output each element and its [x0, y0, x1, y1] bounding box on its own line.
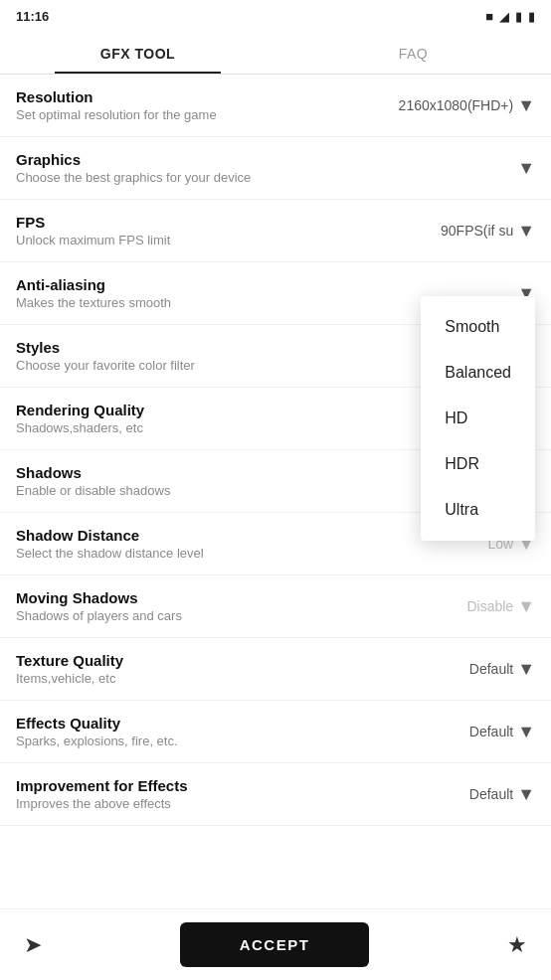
- improvement-effects-dropdown-arrow[interactable]: ▼: [517, 784, 535, 805]
- tab-faq[interactable]: FAQ: [276, 32, 551, 74]
- setting-title-effects-quality: Effects Quality: [16, 715, 416, 732]
- status-bar: 11:16 ■ ◢ ▮ ▮: [0, 0, 551, 32]
- setting-desc-graphics: Choose the best graphics for your device: [16, 170, 416, 185]
- dropdown-option-hdr[interactable]: HDR: [421, 441, 535, 487]
- accessibility-icon: ■: [485, 9, 493, 24]
- setting-title-resolution: Resolution: [16, 88, 399, 105]
- status-time: 11:16: [16, 9, 49, 24]
- dropdown-option-hd[interactable]: HD: [421, 396, 535, 441]
- setting-moving-shadows: Moving Shadows Shadows of players and ca…: [0, 575, 551, 638]
- signal-icon: ▮: [515, 9, 522, 24]
- setting-value-fps[interactable]: 90FPS(if su ▼: [416, 221, 535, 242]
- setting-value-improvement-effects[interactable]: Default ▼: [416, 784, 535, 805]
- resolution-dropdown-arrow[interactable]: ▼: [517, 95, 535, 116]
- setting-desc-shadow-distance: Select the shadow distance level: [16, 546, 416, 561]
- setting-value-graphics[interactable]: ▼: [416, 158, 535, 179]
- setting-desc-improvement-effects: Improves the above effects: [16, 796, 416, 811]
- setting-title-moving-shadows: Moving Shadows: [16, 589, 416, 606]
- setting-title-anti-aliasing: Anti-aliasing: [16, 276, 416, 293]
- tab-bar: GFX TOOL FAQ: [0, 32, 551, 75]
- fps-dropdown-arrow[interactable]: ▼: [517, 221, 535, 242]
- setting-title-shadow-distance: Shadow Distance: [16, 527, 416, 544]
- setting-title-shadows: Shadows: [16, 464, 416, 481]
- dropdown-option-ultra[interactable]: Ultra: [421, 487, 535, 533]
- setting-desc-effects-quality: Sparks, explosions, fire, etc.: [16, 734, 416, 748]
- setting-title-graphics: Graphics: [16, 151, 416, 168]
- setting-graphics: Graphics Choose the best graphics for yo…: [0, 137, 551, 200]
- setting-texture-quality: Texture Quality Items,vehicle, etc Defau…: [0, 638, 551, 701]
- setting-title-texture-quality: Texture Quality: [16, 652, 416, 669]
- status-icons: ■ ◢ ▮ ▮: [485, 9, 535, 24]
- setting-resolution: Resolution Set optimal resolution for th…: [0, 75, 551, 137]
- moving-shadows-dropdown-arrow[interactable]: ▼: [517, 596, 535, 617]
- setting-effects-quality: Effects Quality Sparks, explosions, fire…: [0, 701, 551, 763]
- bottom-bar: ➤ ACCEPT ★: [0, 908, 551, 980]
- setting-title-styles: Styles: [16, 339, 416, 356]
- setting-title-improvement-effects: Improvement for Effects: [16, 777, 416, 794]
- setting-desc-shadows: Enable or disable shadows: [16, 483, 416, 498]
- tab-gfx-tool[interactable]: GFX TOOL: [0, 32, 276, 74]
- setting-desc-texture-quality: Items,vehicle, etc: [16, 671, 416, 686]
- setting-title-rendering-quality: Rendering Quality: [16, 402, 416, 418]
- setting-improvement-effects: Improvement for Effects Improves the abo…: [0, 763, 551, 826]
- star-icon[interactable]: ★: [507, 932, 527, 958]
- setting-desc-styles: Choose your favorite color filter: [16, 358, 416, 373]
- graphics-dropdown-arrow[interactable]: ▼: [517, 158, 535, 179]
- setting-desc-moving-shadows: Shadows of players and cars: [16, 608, 416, 623]
- send-icon[interactable]: ➤: [24, 932, 42, 958]
- dropdown-option-balanced[interactable]: Balanced: [421, 350, 535, 396]
- dropdown-option-smooth[interactable]: Smooth: [421, 304, 535, 350]
- setting-desc-anti-aliasing: Makes the textures smooth: [16, 295, 416, 310]
- accept-button[interactable]: ACCEPT: [180, 922, 370, 967]
- graphics-dropdown: Smooth Balanced HD HDR Ultra: [421, 296, 535, 541]
- texture-quality-dropdown-arrow[interactable]: ▼: [517, 659, 535, 680]
- setting-desc-resolution: Set optimal resolution for the game: [16, 107, 399, 122]
- setting-value-texture-quality[interactable]: Default ▼: [416, 659, 535, 680]
- battery-icon: ▮: [528, 9, 535, 24]
- setting-value-moving-shadows[interactable]: Disable ▼: [416, 596, 535, 617]
- effects-quality-dropdown-arrow[interactable]: ▼: [517, 722, 535, 742]
- wifi-icon: ◢: [499, 9, 509, 24]
- setting-title-fps: FPS: [16, 214, 416, 231]
- settings-list: Resolution Set optimal resolution for th…: [0, 75, 551, 826]
- setting-fps: FPS Unlock maximum FPS limit 90FPS(if su…: [0, 200, 551, 262]
- setting-value-resolution[interactable]: 2160x1080(FHD+) ▼: [399, 95, 535, 116]
- setting-desc-fps: Unlock maximum FPS limit: [16, 233, 416, 247]
- setting-desc-rendering-quality: Shadows,shaders, etc: [16, 420, 416, 435]
- setting-value-effects-quality[interactable]: Default ▼: [416, 722, 535, 742]
